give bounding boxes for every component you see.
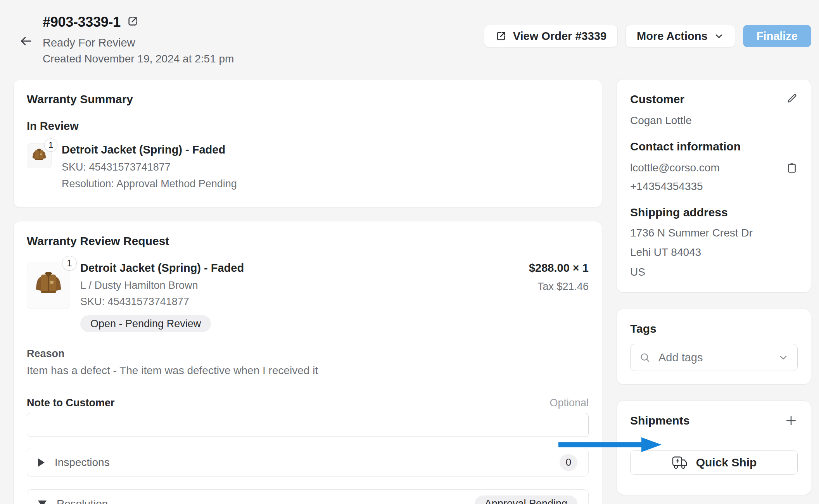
finalize-button[interactable]: Finalize: [743, 25, 811, 47]
summary-item-info: Detroit Jacket (Spring) - Faded SKU: 454…: [62, 143, 237, 194]
address-line: US: [630, 265, 798, 279]
product-thumbnail: 1: [27, 262, 70, 309]
quick-ship-truck-icon: [671, 455, 689, 470]
copy-email-button[interactable]: [786, 162, 798, 174]
external-link-icon: [127, 16, 138, 27]
customer-card: Customer Cogan Lottle Contact informatio…: [617, 79, 811, 293]
quantity-badge: 1: [44, 138, 57, 152]
item-tax: Tax $21.46: [529, 281, 589, 293]
edit-customer-button[interactable]: [786, 93, 798, 104]
customer-name: Cogan Lottle: [630, 114, 798, 127]
topbar: #903-3339-1 Ready For Review Created Nov…: [13, 14, 811, 65]
open-claim-link-button[interactable]: [127, 16, 138, 27]
optional-label: Optional: [549, 397, 589, 409]
product-name: Detroit Jacket (Spring) - Faded: [80, 262, 244, 274]
back-button[interactable]: [19, 17, 33, 65]
tags-title: Tags: [630, 322, 798, 335]
topbar-actions: View Order #3339 More Actions Finalize: [484, 25, 811, 47]
jacket-product-image: [30, 147, 48, 165]
caret-right-icon: [38, 458, 45, 467]
item-resolution-status: Resolution: Approval Method Pending: [62, 178, 237, 191]
pencil-icon: [786, 93, 798, 104]
chevron-down-icon: [714, 31, 724, 41]
main-column: Warranty Summary In Review 1: [13, 79, 602, 504]
tags-card: Tags: [617, 309, 811, 385]
address-line: Lehi UT 84043: [630, 245, 798, 259]
item-price: $288.00 × 1: [529, 262, 589, 274]
address-line: 1736 N Summer Crest Dr: [630, 226, 798, 240]
product-sku: SKU: 45431573741877: [62, 161, 237, 174]
inspections-label: Inspections: [55, 456, 110, 469]
product-name: Detroit Jacket (Spring) - Faded: [62, 143, 237, 156]
review-request-title: Warranty Review Request: [27, 235, 589, 248]
contact-information-title: Contact information: [630, 140, 798, 153]
clipboard-icon: [786, 162, 798, 174]
sidebar: Customer Cogan Lottle Contact informatio…: [617, 79, 811, 495]
chevron-down-icon: [778, 352, 789, 363]
finalize-label: Finalize: [757, 30, 798, 43]
resolution-section-toggle[interactable]: Resolution Approval Pending: [27, 489, 589, 504]
caret-down-icon: [38, 501, 47, 504]
note-section: Note to Customer Optional: [27, 397, 589, 437]
resolution-label: Resolution: [57, 498, 108, 504]
quick-ship-label: Quick Ship: [696, 456, 757, 469]
shipments-card: Shipments Quick Ship: [617, 400, 811, 495]
arrow-left-icon: [19, 35, 33, 48]
claim-status: Ready For Review: [43, 36, 234, 49]
customer-email: lcottle@corso.com: [630, 162, 720, 174]
more-actions-label: More Actions: [637, 30, 708, 43]
tags-input[interactable]: [658, 351, 771, 364]
claim-status-badge: Open - Pending Review: [80, 315, 211, 332]
note-to-customer-input[interactable]: [27, 413, 589, 437]
warranty-summary-title: Warranty Summary: [27, 93, 589, 106]
review-item-info: Detroit Jacket (Spring) - Faded L / Dust…: [80, 262, 244, 333]
title-block: #903-3339-1 Ready For Review Created Nov…: [43, 14, 234, 65]
review-line-item: 1 Detroit Jacket (Spring) - Faded L / Du…: [27, 262, 589, 333]
reason-section: Reason Item has a defect - The item was …: [27, 348, 589, 377]
quantity-badge: 1: [62, 256, 77, 271]
plus-icon: [784, 414, 798, 427]
jacket-product-image: [32, 268, 65, 303]
quick-ship-button[interactable]: Quick Ship: [630, 450, 798, 475]
more-actions-button[interactable]: More Actions: [625, 25, 735, 47]
warranty-claim-page: #903-3339-1 Ready For Review Created Nov…: [0, 0, 819, 504]
product-thumbnail: 1: [27, 143, 52, 168]
view-order-label: View Order #3339: [513, 30, 606, 43]
page-title: #903-3339-1: [43, 14, 121, 30]
inspections-count-badge: 0: [560, 454, 577, 471]
price-column: $288.00 × 1 Tax $21.46: [529, 262, 589, 333]
warranty-summary-card: Warranty Summary In Review 1: [13, 79, 602, 208]
tags-combobox[interactable]: [630, 344, 798, 371]
warranty-review-request-card: Warranty Review Request 1: [13, 221, 602, 504]
note-to-customer-label: Note to Customer: [27, 397, 115, 409]
reason-text: Item has a defect - The item was defecti…: [27, 364, 589, 377]
summary-line-item: 1 Detroit Jacket (Spring) - Faded SKU: 4…: [27, 143, 589, 194]
customer-title: Customer: [630, 93, 684, 106]
in-review-section-label: In Review: [27, 120, 589, 133]
view-order-button[interactable]: View Order #3339: [484, 25, 618, 47]
add-shipment-button[interactable]: [784, 414, 798, 427]
shipping-address-title: Shipping address: [630, 206, 798, 219]
external-link-icon: [495, 30, 507, 42]
customer-phone: +14354354335: [630, 180, 798, 193]
resolution-status-badge: Approval Pending: [475, 495, 577, 504]
product-sku: SKU: 45431573741877: [80, 295, 244, 309]
reason-label: Reason: [27, 348, 589, 360]
created-timestamp: Created November 19, 2024 at 2:51 pm: [43, 53, 234, 65]
shipments-title: Shipments: [630, 414, 689, 427]
search-icon: [639, 352, 651, 363]
product-variant: L / Dusty Hamilton Brown: [80, 279, 244, 292]
inspections-section-toggle[interactable]: Inspections 0: [27, 448, 589, 477]
